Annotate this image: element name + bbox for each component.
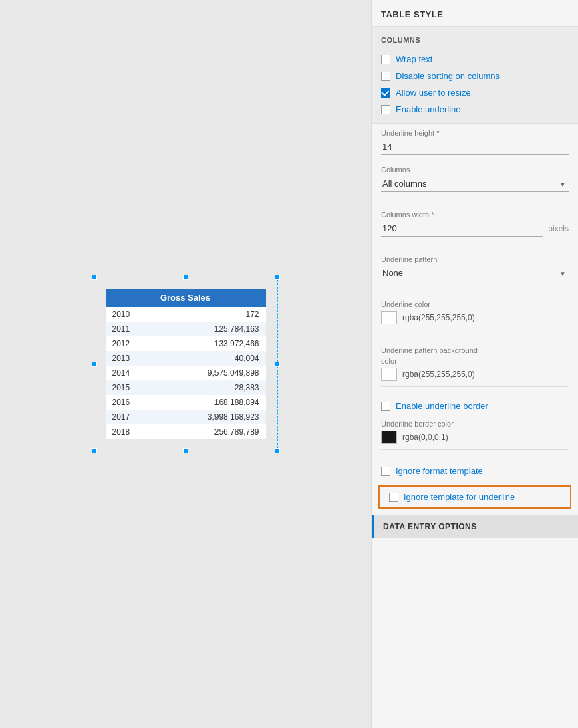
disable-sorting-label: Disable sorting on columns bbox=[396, 71, 500, 81]
table-cell-value: 168,188,894 bbox=[158, 395, 266, 410]
table-row: 201528,383 bbox=[106, 380, 266, 395]
underline-border-color-label: Underline border color bbox=[381, 420, 569, 428]
underline-height-input[interactable] bbox=[381, 139, 569, 155]
underline-border-color-swatch[interactable] bbox=[381, 431, 397, 444]
table-row: 20173,998,168,923 bbox=[106, 410, 266, 424]
wrap-text-checkbox[interactable] bbox=[381, 55, 390, 64]
table-cell-year: 2018 bbox=[106, 424, 158, 439]
underline-color-section: Underline color rgba(255,255,255,0) bbox=[372, 295, 578, 341]
disable-sorting-row[interactable]: Disable sorting on columns bbox=[372, 68, 578, 84]
disable-sorting-checkbox[interactable] bbox=[381, 72, 390, 81]
table-style-header: TABLE STYLE bbox=[372, 0, 578, 27]
right-panel: TABLE STYLE COLUMNS Wrap text Disable so… bbox=[371, 0, 578, 728]
table-cell-value: 256,789,789 bbox=[158, 424, 266, 439]
data-entry-options-header: DATA ENTRY OPTIONS bbox=[372, 515, 578, 538]
columns-select[interactable]: All columns First column Last column bbox=[381, 176, 569, 192]
handle-bottom-right[interactable] bbox=[275, 448, 280, 453]
underline-pattern-label: Underline pattern bbox=[381, 255, 569, 263]
table-cell-year: 2017 bbox=[106, 410, 158, 424]
underline-pattern-select[interactable]: None Solid Dashed Dotted bbox=[381, 265, 569, 281]
ignore-template-underline-row[interactable]: Ignore template for underline bbox=[378, 485, 571, 509]
handle-middle-right[interactable] bbox=[275, 362, 280, 367]
table-cell-year: 2010 bbox=[106, 307, 158, 322]
handle-bottom-middle[interactable] bbox=[183, 448, 188, 453]
table-cell-value: 172 bbox=[158, 307, 266, 322]
ignore-template-underline-checkbox[interactable] bbox=[389, 493, 398, 502]
underline-height-section: Underline height * bbox=[372, 124, 578, 160]
underline-color-label: Underline color bbox=[381, 300, 569, 308]
handle-middle-left[interactable] bbox=[92, 362, 97, 367]
underline-pattern-section: Underline pattern None Solid Dashed Dott… bbox=[372, 250, 578, 295]
underline-color-value: rgba(255,255,255,0) bbox=[402, 313, 475, 322]
table-cell-year: 2013 bbox=[106, 351, 158, 366]
underline-pattern-bg-label-2: color bbox=[381, 357, 569, 365]
table-container[interactable]: Gross Sales 20101722011125,784,163201213… bbox=[106, 289, 266, 439]
columns-field-section: Columns All columns First column Last co… bbox=[372, 160, 578, 205]
table-cell-year: 2015 bbox=[106, 380, 158, 395]
wrap-text-label: Wrap text bbox=[396, 54, 432, 64]
table-cell-value: 125,784,163 bbox=[158, 322, 266, 336]
canvas-area: Gross Sales 20101722011125,784,163201213… bbox=[0, 0, 371, 728]
underline-pattern-bg-section: Underline pattern background color rgba(… bbox=[372, 341, 578, 398]
table-row: 2018256,789,789 bbox=[106, 424, 266, 439]
table-cell-value: 133,972,466 bbox=[158, 336, 266, 351]
enable-underline-label: Enable underline bbox=[396, 104, 461, 114]
underline-pattern-bg-value: rgba(255,255,255,0) bbox=[402, 370, 475, 379]
table-cell-year: 2012 bbox=[106, 336, 158, 351]
table-cell-year: 2016 bbox=[106, 395, 158, 410]
table-cell-value: 9,575,049,898 bbox=[158, 366, 266, 380]
ignore-format-template-checkbox[interactable] bbox=[381, 467, 390, 476]
table-row: 201340,004 bbox=[106, 351, 266, 366]
enable-underline-checkbox[interactable] bbox=[381, 105, 390, 114]
handle-bottom-left[interactable] bbox=[92, 448, 97, 453]
table-cell-year: 2014 bbox=[106, 366, 158, 380]
wrap-text-row[interactable]: Wrap text bbox=[372, 51, 578, 68]
underline-pattern-bg-swatch[interactable] bbox=[381, 368, 397, 381]
data-table: Gross Sales 20101722011125,784,163201213… bbox=[106, 289, 266, 439]
table-header: Gross Sales bbox=[106, 289, 266, 307]
table-row: 2012133,972,466 bbox=[106, 336, 266, 351]
underline-border-color-value: rgba(0,0,0,1) bbox=[402, 433, 448, 442]
columns-section: COLUMNS Wrap text Disable sorting on col… bbox=[372, 27, 578, 124]
table-row: 2016168,188,894 bbox=[106, 395, 266, 410]
table-row: 2011125,784,163 bbox=[106, 322, 266, 336]
allow-resize-row[interactable]: Allow user to resize bbox=[372, 84, 578, 101]
underline-color-row: rgba(255,255,255,0) bbox=[381, 311, 569, 330]
underline-pattern-select-wrapper: None Solid Dashed Dotted ▼ bbox=[381, 265, 569, 281]
table-row: 2010172 bbox=[106, 307, 266, 322]
ignore-template-underline-label: Ignore template for underline bbox=[404, 492, 515, 502]
enable-underline-border-label: Enable underline border bbox=[396, 401, 488, 411]
handle-top-right[interactable] bbox=[275, 275, 280, 280]
underline-color-swatch[interactable] bbox=[381, 311, 397, 324]
enable-underline-border-row[interactable]: Enable underline border bbox=[372, 398, 578, 414]
ignore-format-template-label: Ignore format template bbox=[396, 466, 483, 476]
columns-width-input[interactable] bbox=[381, 221, 543, 237]
table-cell-value: 28,383 bbox=[158, 380, 266, 395]
underline-height-label: Underline height * bbox=[381, 129, 569, 137]
underline-pattern-bg-color-row: rgba(255,255,255,0) bbox=[381, 368, 569, 387]
table-cell-year: 2011 bbox=[106, 322, 158, 336]
allow-resize-checkbox[interactable] bbox=[381, 88, 390, 98]
columns-header: COLUMNS bbox=[372, 33, 578, 51]
columns-width-label: Columns width * bbox=[381, 211, 569, 219]
enable-underline-row[interactable]: Enable underline bbox=[372, 101, 578, 118]
pixels-label: pixels bbox=[548, 224, 569, 233]
underline-border-color-row: rgba(0,0,0,1) bbox=[381, 431, 569, 450]
columns-field-label: Columns bbox=[381, 166, 569, 174]
table-cell-value: 3,998,168,923 bbox=[158, 410, 266, 424]
underline-pattern-bg-label-1: Underline pattern background bbox=[381, 346, 569, 354]
columns-width-row: pixels bbox=[381, 221, 569, 237]
ignore-format-template-row[interactable]: Ignore format template bbox=[372, 461, 578, 481]
table-row: 20149,575,049,898 bbox=[106, 366, 266, 380]
handle-top-left[interactable] bbox=[92, 275, 97, 280]
handle-top-middle[interactable] bbox=[183, 275, 188, 280]
table-cell-value: 40,004 bbox=[158, 351, 266, 366]
columns-width-section: Columns width * pixels bbox=[372, 205, 578, 250]
underline-border-color-section: Underline border color rgba(0,0,0,1) bbox=[372, 414, 578, 461]
columns-select-wrapper: All columns First column Last column ▼ bbox=[381, 176, 569, 192]
enable-underline-border-checkbox[interactable] bbox=[381, 402, 390, 411]
allow-resize-label: Allow user to resize bbox=[396, 88, 471, 98]
